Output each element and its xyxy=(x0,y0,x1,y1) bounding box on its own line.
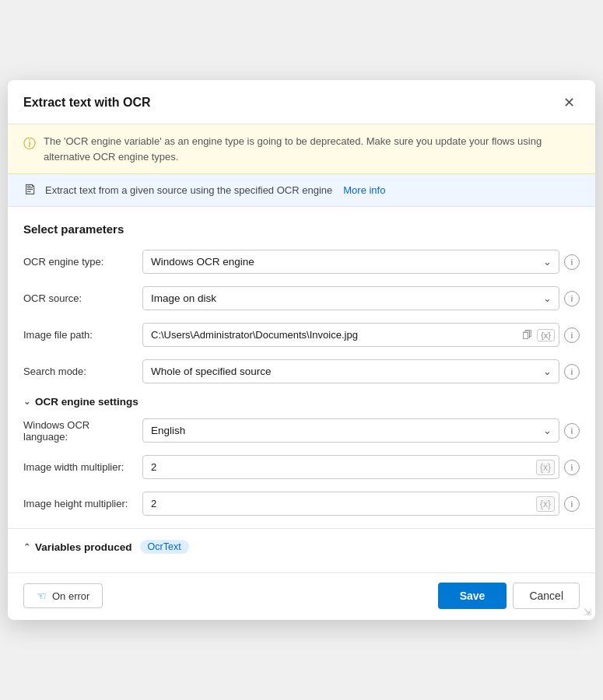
ocr-settings-chevron-icon: ⌄ xyxy=(23,397,30,407)
params-section-title: Select parameters xyxy=(23,222,580,236)
variables-badge: OcrText xyxy=(140,540,189,554)
info-banner-text: Extract text from a given source using t… xyxy=(45,184,332,196)
image-file-path-info-icon[interactable]: i xyxy=(564,327,580,343)
resize-handle[interactable]: ⇲ xyxy=(584,607,591,618)
search-mode-select-wrapper: Whole of specified source Find text on s… xyxy=(142,359,559,383)
variables-section: ⌃ Variables produced OcrText xyxy=(8,528,595,565)
image-width-multiplier-label: Image width multiplier: xyxy=(23,461,136,473)
ocr-settings-header[interactable]: ⌄ OCR engine settings xyxy=(23,396,580,408)
ocr-engine-type-select-wrapper: Windows OCR engine Tesseract engine OCR … xyxy=(142,250,559,274)
image-file-path-input-wrapper: 🗍 {x} xyxy=(142,323,559,347)
shield-icon: ☜ xyxy=(37,590,47,602)
ocr-source-control: Image on disk Screen Foreground window I… xyxy=(142,286,580,310)
warning-banner: ⓘ The 'OCR engine variable' as an engine… xyxy=(8,124,595,174)
warning-icon: ⓘ xyxy=(23,135,36,153)
ocr-source-label: OCR source: xyxy=(23,292,136,304)
dialog-footer: ☜ On error Save Cancel xyxy=(8,572,595,620)
image-file-path-icons: 🗍 {x} xyxy=(521,327,555,342)
ocr-engine-type-control: Windows OCR engine Tesseract engine OCR … xyxy=(142,250,580,274)
image-file-path-row: Image file path: 🗍 {x} i xyxy=(23,323,580,347)
extract-text-ocr-dialog: Extract text with OCR ✕ ⓘ The 'OCR engin… xyxy=(8,80,595,620)
windows-ocr-language-info-icon[interactable]: i xyxy=(564,423,580,439)
image-width-multiplier-info-icon[interactable]: i xyxy=(564,460,580,475)
close-button[interactable]: ✕ xyxy=(559,93,580,113)
image-height-multiplier-info-icon[interactable]: i xyxy=(564,496,580,512)
ocr-settings-section: ⌄ OCR engine settings Windows OCR langua… xyxy=(23,396,580,516)
dialog-title: Extract text with OCR xyxy=(23,96,151,110)
variables-title: Variables produced xyxy=(35,541,132,553)
save-button[interactable]: Save xyxy=(438,583,507,609)
image-file-variable-icon[interactable]: {x} xyxy=(537,329,555,341)
image-height-multiplier-clear-icon[interactable]: {x} xyxy=(536,496,555,512)
on-error-label: On error xyxy=(52,590,89,602)
ocr-settings-rows: Windows OCR language: English French Ger… xyxy=(23,418,580,516)
on-error-button[interactable]: ☜ On error xyxy=(23,583,103,608)
image-file-path-control: 🗍 {x} i xyxy=(142,323,580,347)
warning-text: The 'OCR engine variable' as an engine t… xyxy=(44,134,580,164)
ocr-source-info-icon[interactable]: i xyxy=(564,291,580,306)
ocr-engine-type-label: OCR engine type: xyxy=(23,256,136,268)
image-width-multiplier-row: Image width multiplier: {x} i xyxy=(23,455,580,479)
footer-right: Save Cancel xyxy=(438,583,580,609)
search-mode-row: Search mode: Whole of specified source F… xyxy=(23,359,580,383)
search-mode-label: Search mode: xyxy=(23,366,136,377)
ocr-settings-title: OCR engine settings xyxy=(35,396,138,408)
windows-ocr-language-row: Windows OCR language: English French Ger… xyxy=(23,418,580,443)
image-height-multiplier-control: {x} i xyxy=(142,492,580,516)
image-width-multiplier-input-wrapper: {x} xyxy=(142,455,559,479)
ocr-source-row: OCR source: Image on disk Screen Foregro… xyxy=(23,286,580,310)
ocr-icon: 🖹 xyxy=(23,182,37,198)
search-mode-select[interactable]: Whole of specified source Find text on s… xyxy=(142,359,559,383)
image-width-multiplier-input[interactable] xyxy=(142,455,559,479)
ocr-engine-type-info-icon[interactable]: i xyxy=(564,254,580,270)
dialog-body: Select parameters OCR engine type: Windo… xyxy=(8,207,595,572)
image-height-multiplier-input-wrapper: {x} xyxy=(142,492,559,516)
image-width-multiplier-control: {x} i xyxy=(142,455,580,479)
variables-header[interactable]: ⌃ Variables produced xyxy=(23,541,132,553)
info-banner: 🖹 Extract text from a given source using… xyxy=(8,174,595,207)
dialog-header: Extract text with OCR ✕ xyxy=(8,80,595,124)
search-mode-control: Whole of specified source Find text on s… xyxy=(142,359,580,383)
windows-ocr-language-select-wrapper: English French German Spanish Japanese C… xyxy=(142,418,559,443)
image-file-path-input[interactable] xyxy=(142,323,559,347)
windows-ocr-language-control: English French German Spanish Japanese C… xyxy=(142,418,580,443)
windows-ocr-language-select[interactable]: English French German Spanish Japanese C… xyxy=(142,418,559,443)
image-file-browse-icon[interactable]: 🗍 xyxy=(521,327,534,342)
image-height-multiplier-row: Image height multiplier: {x} i xyxy=(23,492,580,516)
windows-ocr-language-label: Windows OCR language: xyxy=(23,419,136,443)
search-mode-info-icon[interactable]: i xyxy=(564,364,580,380)
image-height-multiplier-input[interactable] xyxy=(142,492,559,516)
variables-chevron-icon: ⌃ xyxy=(23,542,30,552)
ocr-engine-type-select[interactable]: Windows OCR engine Tesseract engine OCR … xyxy=(142,250,559,274)
image-file-path-label: Image file path: xyxy=(23,329,136,341)
image-width-multiplier-clear-icon[interactable]: {x} xyxy=(536,460,555,475)
ocr-engine-type-row: OCR engine type: Windows OCR engine Tess… xyxy=(23,250,580,274)
more-info-link[interactable]: More info xyxy=(343,184,385,196)
cancel-button[interactable]: Cancel xyxy=(513,583,580,609)
image-height-multiplier-label: Image height multiplier: xyxy=(23,498,136,509)
ocr-source-select-wrapper: Image on disk Screen Foreground window I… xyxy=(142,286,559,310)
ocr-source-select[interactable]: Image on disk Screen Foreground window I… xyxy=(142,286,559,310)
